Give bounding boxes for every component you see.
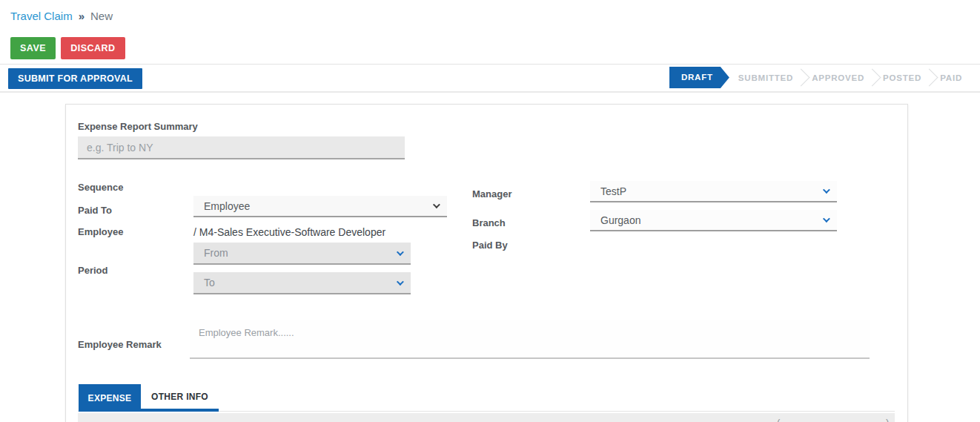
breadcrumb-separator-icon: » bbox=[79, 10, 85, 22]
manager-select[interactable]: TestP bbox=[590, 181, 837, 202]
divider bbox=[0, 64, 980, 65]
save-button[interactable]: SAVE bbox=[10, 37, 56, 59]
workflow-step-paid: PAID bbox=[940, 73, 962, 82]
chevron-down-icon bbox=[397, 248, 404, 256]
branch-select[interactable]: Gurgaon bbox=[590, 210, 837, 231]
chevron-right-icon bbox=[864, 68, 881, 86]
summary-input[interactable] bbox=[78, 136, 405, 159]
workflow-status-bar: DRAFT SUBMITTED APPROVED POSTED PAID bbox=[669, 67, 971, 88]
employee-value: / M4-Sales Executive-Software Developer bbox=[193, 226, 385, 238]
discard-button[interactable]: DISCARD bbox=[61, 37, 125, 59]
breadcrumb: Travel Claim » New bbox=[10, 10, 113, 22]
workflow-step-posted: POSTED bbox=[883, 73, 921, 82]
employee-remark-label: Employee Remark bbox=[78, 339, 162, 350]
branch-label: Branch bbox=[472, 217, 506, 228]
action-button-row: SAVE DISCARD bbox=[10, 37, 125, 59]
table-header-bar: ( ) bbox=[78, 413, 895, 422]
submit-for-approval-button[interactable]: SUBMIT FOR APPROVAL bbox=[8, 68, 142, 89]
chevron-down-icon bbox=[823, 215, 830, 222]
tab-other-info[interactable]: OTHER INFO bbox=[141, 384, 219, 412]
paid-to-select[interactable]: Employee bbox=[193, 196, 447, 217]
workflow-step-submitted: SUBMITTED bbox=[738, 73, 793, 82]
employee-label: Employee bbox=[78, 226, 123, 237]
workflow-step-draft: DRAFT bbox=[669, 67, 729, 88]
table-header-partial: ( bbox=[777, 417, 780, 422]
period-from-select[interactable]: From bbox=[193, 243, 411, 265]
manager-value: TestP bbox=[600, 185, 626, 197]
chevron-down-icon bbox=[823, 186, 830, 194]
summary-label: Expense Report Summary bbox=[78, 121, 198, 132]
expense-report-form-card: Expense Report Summary Sequence Paid To … bbox=[65, 104, 908, 422]
paid-to-value: Employee bbox=[204, 200, 250, 212]
paid-to-label: Paid To bbox=[78, 205, 112, 216]
breadcrumb-travel-claim-link[interactable]: Travel Claim bbox=[10, 10, 73, 22]
period-to-value: To bbox=[204, 277, 215, 289]
branch-value: Gurgaon bbox=[600, 214, 640, 226]
chevron-down-icon bbox=[433, 201, 440, 208]
breadcrumb-current: New bbox=[90, 10, 113, 22]
divider bbox=[0, 91, 980, 93]
travel-claim-page: Travel Claim » New SAVE DISCARD SUBMIT F… bbox=[0, 0, 980, 422]
workflow-step-approved: APPROVED bbox=[812, 73, 864, 82]
tab-expense[interactable]: EXPENSE bbox=[79, 384, 141, 412]
table-header-partial: ) bbox=[886, 417, 889, 422]
chevron-down-icon bbox=[397, 278, 404, 286]
period-to-select[interactable]: To bbox=[193, 272, 411, 294]
period-from-value: From bbox=[204, 247, 228, 259]
period-label: Period bbox=[78, 265, 107, 276]
employee-remark-textarea[interactable] bbox=[190, 320, 870, 359]
chevron-right-icon bbox=[921, 68, 938, 86]
chevron-right-icon bbox=[792, 68, 810, 86]
paid-by-label: Paid By bbox=[472, 240, 508, 251]
manager-label: Manager bbox=[472, 188, 511, 200]
sequence-label: Sequence bbox=[78, 182, 123, 193]
